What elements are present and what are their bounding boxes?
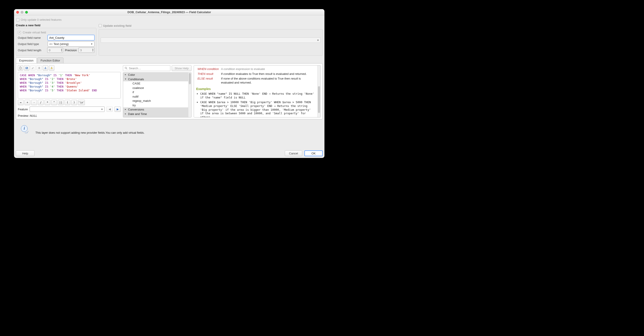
titlebar: DOB_Cellular_Antenna_Filings_20240923 — … [14,9,324,15]
cancel-button[interactable]: Cancel [285,150,302,156]
output-field-length-spin: 0 ▲▼ [47,48,63,53]
svg-point-4 [125,67,126,69]
info-icon: i [21,125,28,132]
help-button[interactable]: Help [16,150,34,156]
dialog-footer: Help Cancel OK [14,149,324,158]
op-button[interactable]: - [31,100,37,105]
field-calculator-window: DOB_Cellular_Antenna_Filings_20240923 — … [14,9,324,158]
save-icon[interactable] [24,65,30,71]
import-icon[interactable] [43,65,48,71]
update-field-combo: ▼ [101,38,321,43]
help-arg-when-desc: A condition expression to evaluate [220,67,315,71]
create-virtual-field-checkbox [18,31,21,34]
scrollbar[interactable] [188,73,191,117]
op-button[interactable]: / [38,100,44,105]
feature-label: Feature [18,108,28,111]
output-field-name-label: Output field name [18,36,46,40]
tree-group[interactable]: Conditionals [123,77,191,82]
help-arg-kw: ELSE result [197,76,220,85]
show-help-button[interactable]: Show Help [172,65,192,71]
op-button[interactable]: '\n' [78,100,85,105]
op-button[interactable]: ( [64,100,70,105]
help-arg-when: WHEN condition [197,67,220,71]
ok-button[interactable]: OK [304,150,323,156]
update-existing-checkbox [99,24,102,27]
new-file-icon[interactable] [18,65,23,71]
tree-group[interactable]: Color [123,73,191,77]
precision-spin: 3 ▲▼ [78,48,94,53]
create-virtual-field-label: Create virtual field [23,31,46,34]
chevron-down-icon: ▼ [91,43,93,45]
feature-combo[interactable]: ▼ [30,107,105,112]
op-button[interactable]: = [18,100,24,105]
tree-group[interactable]: Date and Time [123,112,191,116]
chevron-down-icon: ▼ [92,50,94,52]
output-field-length-label: Output field length [18,49,46,52]
tab-expression[interactable]: Expression [16,58,37,63]
tree-item[interactable]: if [123,90,191,95]
search-placeholder: Search… [129,67,141,70]
update-existing-title: Update existing field [103,24,132,28]
info-message: This layer does not support adding new p… [36,131,144,134]
tree-item[interactable]: try [123,103,191,108]
tree-group[interactable]: Fields and Values [123,116,191,117]
only-update-selected-label: Only update 0 selected features [21,18,62,21]
tree-item[interactable]: nullif [123,95,191,99]
op-button[interactable]: || [58,100,64,105]
help-arg-desc: If none of the above conditions evaluate… [220,76,315,85]
chevron-down-icon: ▼ [317,39,319,42]
output-field-name-input[interactable] [48,35,94,40]
help-arg-desc: If condition evaluates to True then resu… [220,72,315,76]
tab-function-editor[interactable]: Function Editor [37,58,63,63]
preview-value: NULL [30,114,37,117]
expr-toolbar [18,65,121,71]
op-button[interactable]: + [24,100,30,105]
svg-rect-0 [26,67,27,68]
only-update-selected-checkbox [16,18,19,21]
update-existing-group: ▼ [99,29,323,56]
help-pane[interactable]: WHEN condition A condition expression to… [194,65,321,117]
svg-rect-2 [44,68,46,69]
type-value: Text (string) [54,42,69,46]
create-new-field-group: Create virtual field Output field name O… [16,28,96,56]
help-example: CASE WHEN "name" IS NULL THEN 'None' END… [200,92,315,100]
precision-label: Precision [65,49,76,52]
op-button[interactable]: ) [71,100,77,105]
svg-line-5 [126,69,127,70]
expression-panel: CASE WHEN "Borough" IS '1' THEN 'New Yor… [16,63,323,119]
expression-editor[interactable]: CASE WHEN "Borough" IS '1' THEN 'New Yor… [18,72,121,99]
svg-rect-3 [51,68,52,69]
scrollbar[interactable] [317,66,320,117]
create-new-field-title: Create a new field [16,24,96,27]
output-field-type-combo[interactable]: abc Text (string) ▼ [48,41,94,47]
chevron-down-icon: ▼ [60,50,62,52]
svg-rect-1 [26,68,28,69]
op-button[interactable]: ^ [51,100,57,105]
examples-heading: Examples [196,87,315,91]
chevron-down-icon: ▼ [101,108,103,111]
tabs: Expression Function Editor [16,58,323,63]
tree-item[interactable]: CASE [123,81,191,86]
tree-item[interactable]: coalesce [123,86,191,90]
next-feature-button[interactable]: ▶ [114,107,121,112]
op-button[interactable]: * [44,100,50,105]
export-icon[interactable] [49,65,54,71]
window-title: DOB_Cellular_Antenna_Filings_20240923 — … [14,11,324,14]
operator-bar: =+-/*^||()'\n' [18,100,121,105]
tree-group[interactable]: Conversions [123,107,191,112]
search-icon [124,67,128,70]
help-arg-kw: THEN result [197,72,220,76]
function-tree[interactable]: ColorConditionalsCASEcoalesceifnullifreg… [123,72,192,117]
help-example: CASE WHEN $area > 10000 THEN 'Big proper… [200,101,315,117]
edit-icon[interactable] [30,65,36,71]
search-input[interactable]: Search… [123,65,170,71]
output-field-type-label: Output field type [18,42,46,46]
preview-label: Preview: [18,114,29,117]
prev-feature-button[interactable]: ◀ [106,107,113,112]
type-prefix: abc [49,43,53,45]
tree-item[interactable]: regexp_match [123,99,191,103]
delete-icon[interactable] [36,65,42,71]
